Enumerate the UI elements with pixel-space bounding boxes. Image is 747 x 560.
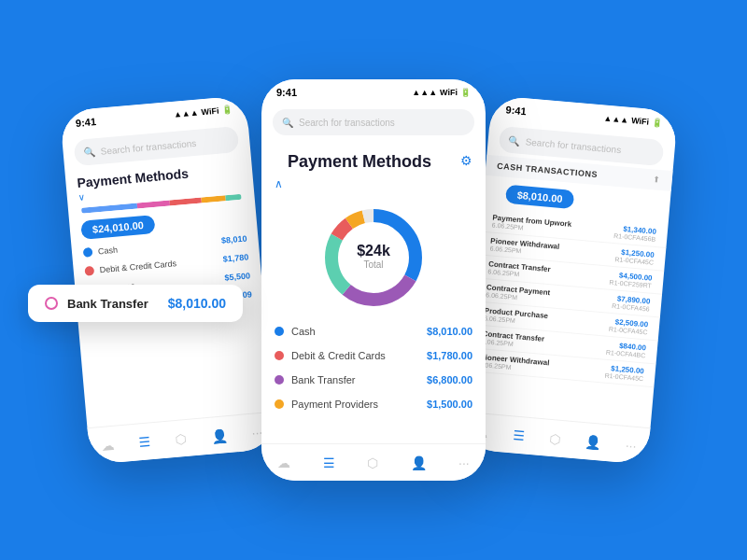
status-icons-right: ▲▲▲ WiFi 🔋 [603,114,662,128]
tx-amounts-3: $4,500.00 R1-0CF259RT [609,271,653,289]
donut-amount: $24k [357,243,390,259]
tx-amounts-2: $1,250.00 R1-0CFA45C [614,247,655,266]
nav-hex-center[interactable]: ⬡ [367,455,378,470]
nav-list-left[interactable]: ☰ [138,434,151,450]
status-bar-center: 9:41 ▲▲▲ WiFi 🔋 [261,79,486,105]
time-center: 9:41 [276,87,297,98]
chevron-center: ∧ [261,177,486,192]
label-providers-center: Payment Providers [291,399,419,410]
donut-center: $24k Total [357,243,390,270]
floating-card-bank-transfer[interactable]: Bank Transfer $8,010.00 [28,285,243,322]
list-item[interactable]: Bank Transfer $6,800.00 [261,368,486,392]
nav-hex-left[interactable]: ⬡ [175,430,187,446]
status-icons-center: ▲▲▲ WiFi 🔋 [412,88,471,97]
tx-amounts-4: $7,890.00 R1-0CFA456 [612,294,651,312]
status-icons-left: ▲▲▲ WiFi 🔋 [173,105,232,119]
dot-cash-center [275,327,284,336]
tx-amounts-7: $1,250.00 R1-0CFA45C [604,364,644,383]
nav-user-right[interactable]: 👤 [585,434,601,450]
donut-chart: $24k Total [261,192,486,319]
search-placeholder-right: Search for transactions [525,136,621,155]
label-bank-float: Bank Transfer [67,297,159,311]
label-cash-center: Cash [291,326,419,337]
nav-more-right[interactable]: ··· [625,437,637,453]
filter-icon-center[interactable]: ⚙ [460,153,472,168]
dot-cash-left [83,247,93,258]
time-right: 9:41 [505,104,527,117]
amount-bank-float: $8,010.00 [168,296,226,311]
amount-debit-left: $1,780 [222,252,248,263]
search-icon-left: 🔍 [83,147,95,158]
list-item[interactable]: Cash $8,010.00 [261,319,486,343]
list-item[interactable]: Debit & Credit Cards $1,780.00 [261,343,486,368]
list-item[interactable]: Payment Providers $1,500.00 [261,392,486,416]
amount-coupons-left: $5,500 [224,271,250,282]
nav-list-center[interactable]: ☰ [323,455,335,470]
nav-user-left[interactable]: 👤 [211,427,228,443]
amount-bank-center: $6,800.00 [427,374,472,385]
bottom-nav-center: ☁ ☰ ⬡ 👤 ··· [261,443,486,481]
tx-amounts-5: $2,509.00 R1-0CFA45C [609,317,649,336]
dot-bank-center [275,375,284,385]
phone-left: 9:41 ▲▲▲ WiFi 🔋 🔍 Search for transaction… [60,95,276,465]
time-left: 9:41 [75,116,96,129]
share-icon-right[interactable]: ⬆ [653,175,661,185]
balance-chip-left: $24,010.00 [80,215,156,240]
dot-debit-center [275,351,284,360]
nav-user-center[interactable]: 👤 [411,455,427,470]
nav-hex-right[interactable]: ⬡ [549,430,561,446]
nav-more-center[interactable]: ··· [458,455,470,470]
label-debit-center: Debit & Credit Cards [291,350,419,361]
phone-right: 9:41 ▲▲▲ WiFi 🔋 🔍 Search for transaction… [461,95,678,465]
title-center: Payment Methods [275,145,444,175]
nav-cloud-left[interactable]: ☁ [101,437,115,453]
title-row-center: Payment Methods ⚙ [261,139,486,177]
amount-providers-center: $1,500.00 [427,399,472,410]
nav-list-right[interactable]: ☰ [512,427,525,443]
amount-cash-center: $8,010.00 [427,326,472,337]
bottom-nav-right: ☁ ☰ ⬡ 👤 ··· [461,412,651,465]
balance-chip-right: $8,010.00 [505,185,574,209]
search-placeholder-center: Search for transactions [299,118,395,128]
tx-amounts-6: $840.00 R1-0CFA4BC [606,341,647,359]
nav-cloud-center[interactable]: ☁ [277,455,290,470]
amount-cash-left: $8,010 [221,233,247,245]
search-icon-center: 🔍 [282,118,293,128]
label-bank-center: Bank Transfer [291,374,419,385]
bottom-nav-left: ☁ ☰ ⬡ 👤 ··· [87,412,276,465]
dot-providers-center [275,399,284,409]
dot-bank-float [45,297,58,310]
donut-label: Total [357,259,390,270]
amount-debit-center: $1,780.00 [427,350,472,361]
tx-amounts-1: $1,340.00 R1-0CFA456B [613,224,656,243]
phone-center: 9:41 ▲▲▲ WiFi 🔋 🔍 Search for transaction… [261,79,486,481]
search-placeholder-left: Search for transactions [100,137,196,156]
dot-debit-left [84,266,94,276]
search-bar-center[interactable]: 🔍 Search for transactions [273,109,474,135]
search-icon-right: 🔍 [508,134,520,146]
